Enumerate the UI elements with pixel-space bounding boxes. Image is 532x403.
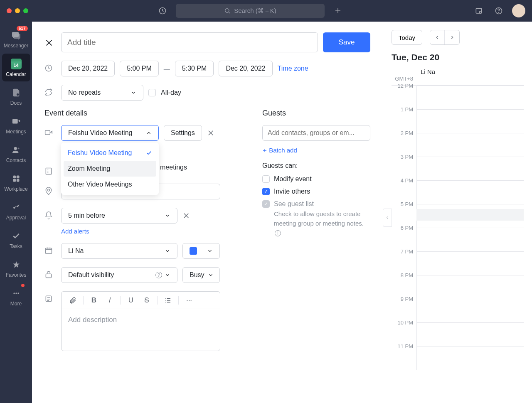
bold-button[interactable]: B (87, 294, 101, 307)
underline-button[interactable]: U (124, 294, 138, 307)
rooms-icon (44, 167, 53, 175)
chevron-down-icon (131, 90, 136, 96)
svg-point-14 (13, 292, 15, 294)
modify-event-checkbox[interactable] (262, 175, 270, 183)
more-icon (10, 288, 22, 299)
hour-cell[interactable] (416, 133, 524, 157)
rooms-hint: meetings (160, 164, 187, 171)
calendar-select[interactable]: Li Na (61, 243, 177, 259)
global-search[interactable]: Search (⌘＋K) (176, 4, 325, 18)
all-day-checkbox[interactable] (148, 89, 156, 96)
hour-label: 4 PM (392, 177, 416, 201)
batch-add-link[interactable]: Batch add (262, 147, 297, 154)
start-time-picker[interactable]: 5:00 PM (120, 61, 159, 76)
event-slot[interactable] (416, 209, 524, 221)
hour-cell[interactable] (416, 228, 524, 251)
collapse-panel-button[interactable] (383, 209, 392, 227)
hour-cell[interactable] (416, 322, 524, 346)
hour-label: 6 PM (392, 225, 416, 248)
svg-point-3 (480, 11, 482, 13)
hour-cell[interactable] (416, 275, 524, 299)
docs-icon (10, 87, 22, 98)
minimize-window[interactable] (15, 8, 20, 13)
remove-video-icon[interactable] (207, 129, 214, 137)
sidebar-item-messenger[interactable]: 617 Messenger (2, 25, 30, 53)
end-time-picker[interactable]: 5:30 PM (175, 61, 214, 76)
more-format-button[interactable]: ··· (182, 294, 196, 307)
sidebar-item-meetings[interactable]: Meetings (2, 111, 30, 139)
hour-cell[interactable] (416, 346, 524, 370)
hour-cell[interactable] (416, 157, 524, 180)
modify-event-label: Modify event (274, 175, 312, 183)
svg-rect-7 (12, 119, 17, 123)
user-avatar[interactable] (512, 4, 525, 17)
hour-cell[interactable] (416, 251, 524, 275)
italic-button[interactable]: I (103, 294, 117, 307)
location-icon (44, 187, 53, 195)
sidebar-item-calendar[interactable]: 14 Calendar (2, 54, 30, 81)
video-option-feishu[interactable]: Feishu Video Meeting (64, 145, 156, 161)
add-alerts-link[interactable]: Add alerts (61, 228, 89, 235)
sidebar-item-contacts[interactable]: Contacts (2, 140, 30, 167)
chevron-down-icon (165, 272, 170, 278)
sidebar-item-docs[interactable]: Docs (2, 82, 30, 110)
sidebar-item-workplace[interactable]: Workplace (2, 168, 30, 196)
history-icon[interactable] (156, 4, 169, 17)
hour-label: 1 PM (392, 106, 416, 130)
maximize-window[interactable] (23, 8, 28, 13)
guests-heading: Guests (262, 109, 370, 118)
hour-cell[interactable] (416, 109, 524, 133)
video-meeting-dropdown: Feishu Video Meeting Zoom Meeting Other … (61, 143, 159, 195)
hour-label: 7 PM (392, 248, 416, 272)
reminder-select[interactable]: 5 min before (61, 208, 177, 224)
svg-rect-11 (16, 175, 19, 178)
list-button[interactable] (161, 294, 175, 307)
repeat-select[interactable]: No repeats (61, 85, 143, 101)
video-settings-button[interactable]: Settings (164, 125, 202, 141)
event-title-input[interactable] (61, 32, 318, 52)
video-option-other[interactable]: Other Video Meetings (64, 177, 156, 192)
svg-rect-21 (46, 248, 52, 253)
calendar-date: Tue, Dec 20 (392, 52, 524, 62)
sidebar-item-approval[interactable]: Approval (2, 197, 30, 225)
check-icon (145, 150, 152, 156)
description-textarea[interactable]: Add description (62, 309, 220, 351)
timezone-link[interactable]: Time zone (278, 65, 308, 72)
hour-cell[interactable] (416, 299, 524, 322)
contacts-icon (10, 144, 22, 156)
sidebar-item-tasks[interactable]: Tasks (2, 226, 30, 253)
add-icon[interactable] (331, 4, 345, 17)
close-icon[interactable] (44, 38, 54, 47)
invite-others-checkbox[interactable]: ✓ (262, 188, 270, 195)
info-icon: i (275, 230, 281, 236)
save-button[interactable]: Save (323, 32, 370, 52)
hour-cell[interactable] (416, 180, 524, 204)
visibility-select[interactable]: Default visibility ? (61, 267, 177, 283)
remove-reminder-icon[interactable] (182, 212, 190, 219)
search-placeholder: Search (⌘＋K) (234, 7, 276, 15)
help-icon[interactable] (492, 4, 505, 17)
svg-rect-2 (476, 8, 481, 13)
see-guest-list-checkbox[interactable]: ✓ (262, 200, 270, 208)
strike-button[interactable]: S (140, 294, 154, 307)
end-date-picker[interactable]: Dec 20, 2022 (219, 61, 272, 76)
busy-select[interactable]: Busy (182, 267, 220, 283)
attach-button[interactable] (66, 294, 80, 307)
prev-day-button[interactable] (430, 30, 445, 44)
svg-point-5 (499, 12, 499, 13)
calendar-hours[interactable]: 12 PM1 PM2 PM3 PM4 PM5 PM6 PM7 PM8 PM9 P… (392, 86, 524, 370)
svg-point-20 (48, 189, 50, 191)
next-day-button[interactable] (445, 30, 459, 44)
video-option-zoom[interactable]: Zoom Meeting (64, 161, 156, 177)
color-select[interactable] (182, 243, 220, 259)
video-meeting-select[interactable]: Feishu Video Meeting (61, 125, 159, 141)
start-date-picker[interactable]: Dec 20, 2022 (61, 61, 115, 76)
notification-icon[interactable] (472, 4, 485, 17)
hour-cell[interactable] (416, 86, 524, 109)
guests-input[interactable] (262, 125, 370, 141)
sidebar-item-favorites[interactable]: Favorites (2, 254, 30, 282)
search-icon (224, 7, 231, 14)
close-window[interactable] (7, 8, 12, 13)
sidebar-item-more[interactable]: More (2, 283, 30, 311)
today-button[interactable]: Today (392, 30, 422, 45)
